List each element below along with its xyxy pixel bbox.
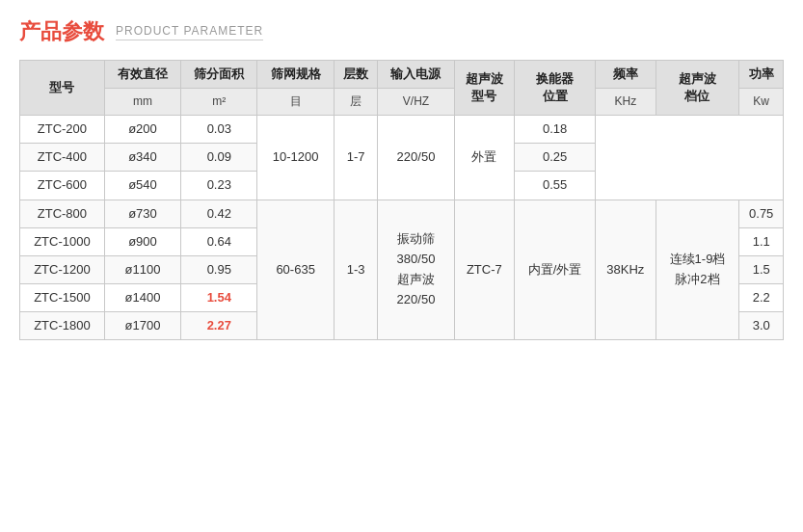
cell-diameter: ø540 [104,172,180,200]
col-header-diameter: 有效直径 [104,61,180,89]
col-subheader-kw: Kw [739,89,784,116]
cell-area: 2.27 [181,312,257,340]
cell-diameter: ø1700 [104,312,180,340]
cell-diameter: ø730 [104,200,180,227]
cell-model: ZTC-200 [20,115,105,143]
col-subheader-mm: mm [104,89,180,116]
cell-frequency: 38KHz [596,200,656,340]
cell-diameter: ø340 [104,144,180,172]
cell-area: 0.03 [181,115,257,143]
cell-power-kw: 3.0 [739,312,784,340]
cell-power-kw: 1.1 [739,227,784,255]
cell-model: ZTC-400 [20,144,105,172]
col-header-power-kw: 功率 [739,61,784,89]
cell-model: ZTC-1800 [20,312,105,340]
cell-area: 0.09 [181,144,257,172]
cell-diameter: ø900 [104,227,180,255]
col-header-mesh: 筛网规格 [257,61,334,89]
cell-diameter: ø200 [104,115,180,143]
param-table: 型号 有效直径 筛分面积 筛网规格 层数 输入电源 超声波型号 换能器位置 频率… [19,60,784,340]
cell-area: 0.23 [181,172,257,200]
cell-power-kw: 0.18 [515,115,596,143]
table-header-row1: 型号 有效直径 筛分面积 筛网规格 层数 输入电源 超声波型号 换能器位置 频率… [20,61,784,89]
table-container: 振泰机械 ZHENTAIJIXIE 型号 有效直径 筛分面积 筛网规格 层数 输… [19,60,784,340]
col-header-area: 筛分面积 [181,61,257,89]
table-body: ZTC-200ø2000.0310-12001-7220/50外置0.18ZTC… [20,115,784,340]
cell-power-input: 振动筛 380/50 超声波 220/50 [378,200,454,340]
cell-model: ZTC-1200 [20,255,105,283]
col-header-transducer-pos: 换能器位置 [515,61,596,116]
cell-area: 0.42 [181,200,257,227]
cell-diameter: ø1400 [104,284,180,312]
col-header-model: 型号 [20,61,105,116]
col-subheader-m2: m² [181,89,257,116]
col-subheader-vhz: V/HZ [378,89,454,116]
cell-power-kw: 1.5 [739,255,784,283]
page-title-en: PRODUCT PARAMETER [116,24,263,40]
page-wrapper: 产品参数 PRODUCT PARAMETER 振泰机械 ZHENTAIJIXIE… [0,0,803,532]
cell-diameter: ø1100 [104,255,180,283]
col-header-gear: 超声波档位 [656,61,739,116]
col-header-frequency: 频率 [596,61,656,89]
table-row: ZTC-200ø2000.0310-12001-7220/50外置0.18 [20,115,784,143]
col-header-layers: 层数 [334,61,378,89]
col-header-power-input: 输入电源 [378,61,454,89]
cell-area: 0.64 [181,227,257,255]
cell-power-input: 220/50 [378,115,454,200]
cell-transducer-pos: 外置 [454,115,514,200]
cell-mesh: 60-635 [257,200,334,340]
cell-area: 0.95 [181,255,257,283]
cell-model: ZTC-800 [20,200,105,227]
cell-transducer-pos: 内置/外置 [515,200,596,340]
col-header-ultrasonic-model: 超声波型号 [454,61,514,116]
cell-ultrasonic-model: ZTC-7 [454,200,514,340]
cell-power-kw: 2.2 [739,284,784,312]
col-subheader-layers-unit: 层 [334,89,378,116]
cell-gear: 连续1-9档 脉冲2档 [656,200,739,340]
table-row: ZTC-800ø7300.4260-6351-3振动筛 380/50 超声波 2… [20,200,784,227]
cell-model: ZTC-1500 [20,284,105,312]
page-header: 产品参数 PRODUCT PARAMETER [19,17,784,46]
cell-model: ZTC-1000 [20,227,105,255]
col-subheader-mesh-unit: 目 [257,89,334,116]
cell-area: 1.54 [181,284,257,312]
cell-power-kw: 0.55 [515,172,596,200]
col-subheader-khz: KHz [596,89,656,116]
cell-layers: 1-7 [334,115,378,200]
cell-mesh: 10-1200 [257,115,334,200]
cell-power-kw: 0.75 [739,200,784,227]
cell-model: ZTC-600 [20,172,105,200]
cell-layers: 1-3 [334,200,378,340]
page-title-cn: 产品参数 [19,17,104,46]
cell-power-kw: 0.25 [515,144,596,172]
